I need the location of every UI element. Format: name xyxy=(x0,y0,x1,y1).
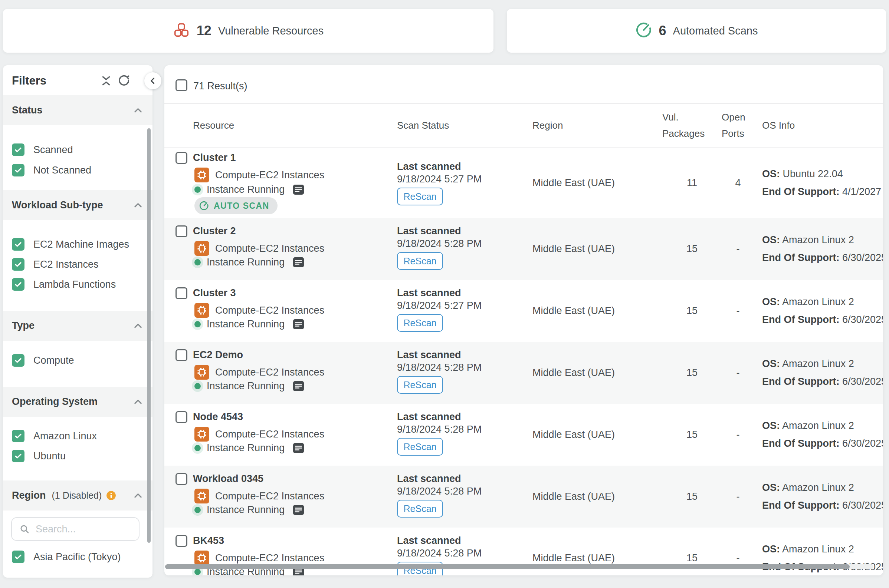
running-status-dot xyxy=(194,507,201,513)
rescan-button[interactable]: ReScan xyxy=(397,376,443,394)
header-spacer xyxy=(164,104,193,147)
horizontal-scrollbar-thumb[interactable] xyxy=(165,564,850,569)
instance-details-icon[interactable] xyxy=(293,505,304,515)
select-all-checkbox[interactable] xyxy=(176,80,187,91)
filter-section-header-region[interactable]: Region(1 Disabled) xyxy=(3,480,152,510)
column-header-text: Ports xyxy=(722,125,754,142)
end-of-support-label: End Of Support: xyxy=(762,186,839,197)
open-ports-cell: 4 xyxy=(722,147,754,218)
vul-packages-cell: 15 xyxy=(662,404,722,466)
running-status-dot xyxy=(194,259,201,266)
checkbox-ec2-machine-images[interactable] xyxy=(12,238,24,250)
last-scanned-date: 9/18/2024 5:27 PM xyxy=(397,174,481,185)
last-scanned-date: 9/18/2024 5:28 PM xyxy=(397,238,481,249)
resource-name[interactable]: Node 4543 xyxy=(193,411,243,423)
last-scanned-date: 9/18/2024 5:28 PM xyxy=(397,486,481,497)
vul-packages-cell: 15 xyxy=(662,342,722,404)
os-label: OS: xyxy=(762,358,780,369)
filter-section-header-status[interactable]: Status xyxy=(3,95,152,125)
resource-type-line: Compute-EC2 Instances xyxy=(194,427,324,441)
instance-details-icon[interactable] xyxy=(293,442,304,453)
resource-cell: Cluster 2Compute-EC2 InstancesInstance R… xyxy=(193,218,397,280)
os-info-cell: OS: Ubuntu 22.04End Of Support: 4/1/2027 xyxy=(754,147,883,218)
row-checkbox[interactable] xyxy=(176,473,187,485)
resource-name[interactable]: Cluster 3 xyxy=(193,287,236,299)
filters-header: Filters xyxy=(3,65,152,96)
row-checkbox[interactable] xyxy=(176,225,187,237)
table-row: Node 4543Compute-EC2 InstancesInstance R… xyxy=(164,404,883,466)
checkbox-scanned[interactable] xyxy=(12,144,24,156)
open-ports-cell: - xyxy=(722,342,754,404)
resource-cell: Node 4543Compute-EC2 InstancesInstance R… xyxy=(193,404,397,466)
collapse-filters-panel-button[interactable] xyxy=(144,72,161,89)
search-icon xyxy=(19,524,30,534)
end-of-support-line: End Of Support: 6/30/2025 xyxy=(762,376,883,387)
row-checkbox[interactable] xyxy=(176,349,187,361)
checkbox-lambda-functions[interactable] xyxy=(12,278,24,291)
filters-scrollbar[interactable] xyxy=(147,128,150,543)
instance-details-icon[interactable] xyxy=(293,319,304,330)
filter-section-header-operating-system[interactable]: Operating System xyxy=(3,387,152,417)
resource-name[interactable]: Cluster 2 xyxy=(193,225,236,237)
rescan-button[interactable]: ReScan xyxy=(397,314,443,332)
rescan-button[interactable]: ReScan xyxy=(397,252,443,270)
os-value: Amazon Linux 2 xyxy=(782,358,854,369)
vul-packages-cell: 15 xyxy=(662,280,722,342)
checkbox-asia-pacific-tokyo-[interactable] xyxy=(12,550,24,563)
row-checkbox[interactable] xyxy=(176,287,187,299)
vul-packages-cell: 15 xyxy=(662,218,722,280)
instance-details-icon[interactable] xyxy=(293,257,304,268)
row-checkbox-cell xyxy=(164,466,193,528)
checkbox-not-scanned[interactable] xyxy=(12,164,24,177)
checkbox-ubuntu[interactable] xyxy=(12,450,24,462)
resource-state: Instance Running xyxy=(207,318,284,330)
info-icon xyxy=(106,490,116,501)
column-header-region: Region xyxy=(532,104,662,147)
filter-section-header-workload-sub-type[interactable]: Workload Sub-type xyxy=(3,190,152,220)
resource-name[interactable]: Workload 0345 xyxy=(193,473,263,484)
os-label: OS: xyxy=(762,234,780,245)
row-checkbox[interactable] xyxy=(176,152,187,164)
resource-name[interactable]: Cluster 1 xyxy=(193,152,236,164)
end-of-support-line: End Of Support: 6/30/2025 xyxy=(762,438,883,449)
auto-scan-label: AUTO SCAN xyxy=(214,201,269,211)
rescan-button[interactable]: ReScan xyxy=(397,500,443,518)
os-line: OS: Amazon Linux 2 xyxy=(762,234,883,246)
instance-details-icon[interactable] xyxy=(293,381,304,392)
checkbox-compute[interactable] xyxy=(12,354,24,367)
filter-item-label: Ubuntu xyxy=(33,450,66,462)
automated-scans-count: 6 xyxy=(659,23,666,39)
table-row: Cluster 3Compute-EC2 InstancesInstance R… xyxy=(164,280,883,342)
ec2-instance-icon xyxy=(194,489,209,504)
filters-panel: Filters StatusScannedNot ScannedWorkload… xyxy=(3,65,152,578)
chevron-up-icon xyxy=(132,490,144,501)
os-line: OS: Amazon Linux 2 xyxy=(762,420,883,432)
table-row: Workload 0345Compute-EC2 InstancesInstan… xyxy=(164,466,883,528)
row-checkbox-cell xyxy=(164,404,193,466)
column-header-text: Vul. xyxy=(662,109,722,125)
column-header-vul-packages: Vul.Packages xyxy=(662,104,722,147)
chevron-up-icon xyxy=(132,320,144,332)
checkbox-ec2-instances[interactable] xyxy=(12,258,24,271)
last-scanned-label: Last scanned xyxy=(397,225,461,237)
region-cell: Middle East (UAE) xyxy=(532,147,662,218)
reset-filters-button[interactable] xyxy=(116,74,131,88)
row-checkbox[interactable] xyxy=(176,411,187,423)
resource-name[interactable]: EC2 Demo xyxy=(193,349,243,361)
filter-section-header-type[interactable]: Type xyxy=(3,310,152,341)
region-cell: Middle East (UAE) xyxy=(532,342,662,404)
ec2-instance-icon xyxy=(194,241,209,256)
region-search-input[interactable] xyxy=(36,524,131,535)
rescan-button[interactable]: ReScan xyxy=(397,188,443,206)
os-line: OS: Amazon Linux 2 xyxy=(762,543,883,555)
instance-details-icon[interactable] xyxy=(293,184,304,195)
rescan-button[interactable]: ReScan xyxy=(397,438,443,456)
collapse-all-sections-button[interactable] xyxy=(99,74,114,88)
vulnerable-resources-card: 12 Vulnerable Resources xyxy=(3,9,493,52)
filter-item-label: Amazon Linux xyxy=(33,430,97,442)
resource-name[interactable]: BK453 xyxy=(193,535,224,546)
resource-state-line: Instance Running xyxy=(194,184,304,195)
horizontal-scrollbar-track[interactable] xyxy=(165,564,873,569)
checkbox-amazon-linux[interactable] xyxy=(12,430,24,442)
row-checkbox[interactable] xyxy=(176,535,187,547)
